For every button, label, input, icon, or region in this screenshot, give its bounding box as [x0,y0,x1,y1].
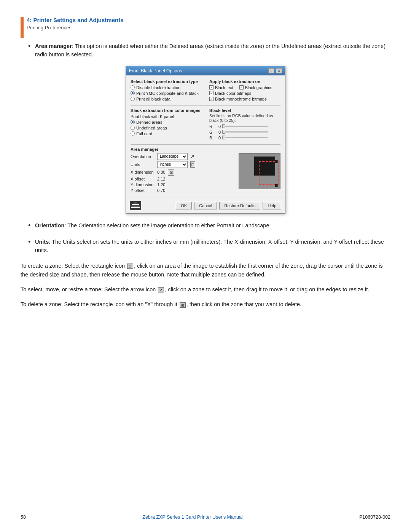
radio-undefined-btn[interactable] [131,126,135,130]
radio-fullcard: Full card [131,131,202,136]
dialog-titlebar: Front Black Panel Options ? ✕ [126,66,285,75]
help-title-btn[interactable]: ? [268,68,274,73]
am-ydim-row: Y dimension 1.20 [131,182,230,187]
bullet-text-2: Orientation: The Orientation selection s… [35,221,271,231]
zebra-stripes [131,203,140,209]
am-xoffset-row: X offset 2.12 [131,177,230,181]
rgb-b-label: B [209,136,213,140]
dialog-wrapper: Front Black Panel Options ? ✕ Select bla… [21,66,390,214]
dialog-footer: OK Cancel Restore Defaults Help [126,198,285,213]
preview-handle-tr [275,160,278,163]
top-row: Select black panel extraction type Disab… [131,79,280,102]
para-create-zone-text: To create a zone: Select the rectangle i… [21,262,390,279]
radio-ymc-btn[interactable] [131,91,135,95]
rect-icon: □ [190,161,195,168]
am-xoffset-label: X offset [131,177,157,181]
doc-number: P1060728-002 [359,514,390,520]
bullet-item-3: • Units: The Units selection sets the un… [28,238,390,255]
area-manager-inner: Orientation Landscape Portrait ↗ Units [131,153,280,194]
bullet-item-1: • Area manager: This option is enabled w… [28,42,390,59]
apply-on-col: Apply black extraction on ✓ Black text ✓… [209,79,280,102]
rgb-r-slider[interactable] [222,126,268,127]
color-images-col: Black extraction from color images Print… [131,108,202,141]
radio-ymc: Print YMC composite and K black [131,91,202,96]
cb-black-text: ✓ Black text ✓ Black graphics [209,85,280,90]
bullet-text-3: Units: The Units selection sets the unit… [35,238,390,255]
am-xdim-value: 0.80 [157,170,165,174]
am-orientation-select[interactable]: Landscape Portrait [157,153,188,160]
am-preview-col [235,153,280,194]
cb-black-bitmaps: ✓ Black color bitmaps [209,91,280,96]
radio-all-black-btn[interactable] [131,97,135,101]
rgb-g-thumb [222,130,225,134]
area-manager-title: Area manager [131,147,280,152]
cb-black-mono-btn[interactable]: ✓ [209,97,213,101]
para-create-zone: To create a zone: Select the rectangle i… [21,262,390,279]
arrow-zone-icon: ↗ [158,287,164,292]
am-yoffset-value: 0.70 [157,188,165,193]
help-button[interactable]: Help [263,202,281,209]
cb-black-color-btn[interactable]: ✓ [209,91,213,95]
am-yoffset-row: Y offset 0.70 [131,188,230,193]
header-section: 4: Printer Settings and Adjustments Prin… [27,17,123,30]
cb-black-graphics-btn[interactable]: ✓ [239,85,244,89]
rgb-b-slider[interactable] [222,137,268,138]
black-level-desc: Set limits on RGB values defined as blac… [209,113,280,123]
cancel-button[interactable]: Cancel [194,202,217,209]
restore-defaults-button[interactable]: Restore Defaults [219,202,260,209]
am-fields: Orientation Landscape Portrait ↗ Units [131,153,230,194]
footer-center-text: Zebra ZXP Series 1 Card Printer User's M… [142,514,242,520]
black-level-title: Black level [209,108,280,113]
radio-undefined: Undefined areas [131,126,202,130]
rgb-r-row: R 0 [209,124,280,129]
radio-disable: Disable black extraction [131,85,202,90]
create-zone-icon: □ [127,264,133,269]
page-footer: 58 Zebra ZXP Series 1 Card Printer User'… [21,514,390,520]
arrow-icon: ↗ [190,153,194,159]
para-delete-zone-text: To delete a zone: Select the rectangle i… [21,300,390,309]
rgb-g-row: G 0 [209,130,280,134]
radio-defined: Defined areas [131,120,202,125]
middle-row: Black extraction from color images Print… [131,108,280,141]
dialog-box: Front Black Panel Options ? ✕ Select bla… [126,66,285,214]
rgb-r-value: 0 [215,124,221,129]
am-units-row: Units inches mm □ [131,161,230,168]
extraction-type-col: Select black panel extraction type Disab… [131,79,202,102]
bullet-dot-2: • [28,220,35,231]
ok-button[interactable]: OK [176,202,192,209]
chapter-title: 4: Printer Settings and Adjustments [27,17,123,23]
apply-on-label: Apply black extraction on [209,79,280,84]
am-units-label: Units [131,162,157,167]
am-xdim-label: X dimension [131,170,157,174]
rgb-g-slider[interactable] [222,131,268,133]
am-yoffset-label: Y offset [131,188,157,193]
radio-disable-btn[interactable] [131,85,135,89]
divider-1 [131,105,280,106]
bullet-orientation: • Orientation: The Orientation selection… [21,221,390,231]
close-title-btn[interactable]: ✕ [276,68,282,73]
para-select-zone: To select, move, or resize a zone: Selec… [21,285,390,294]
dialog-footer-buttons: OK Cancel Restore Defaults Help [176,202,281,209]
bullet-text-1: Area manager: This option is enabled whe… [35,42,390,59]
para-select-zone-text: To select, move, or resize a zone: Selec… [21,285,390,294]
rgb-g-label: G [209,130,213,134]
am-ydim-label: Y dimension [131,182,157,187]
rgb-b-row: B 0 [209,136,280,140]
am-xoffset-value: 2.12 [157,177,165,181]
rgb-r-thumb [222,124,225,128]
cb-black-text-btn[interactable]: ✓ [209,85,213,89]
cb-black-mono: ✓ Black monochrome bitmaps [209,97,280,101]
bullet-dot-3: • [28,237,35,255]
term-area-manager: Area manager [35,43,72,49]
bullet-area-manager: • Area manager: This option is enabled w… [21,42,390,59]
radio-defined-btn[interactable] [131,120,135,124]
radio-fullcard-btn[interactable] [131,131,135,136]
rgb-r-label: R [209,124,213,129]
am-orientation-label: Orientation [131,154,157,159]
am-units-select[interactable]: inches mm [157,161,188,168]
extraction-type-label: Select black panel extraction type [131,79,202,84]
delete-zone-icon: ⊠ [180,302,186,308]
rgb-g-value: 0 [215,130,221,134]
black-level-col: Black level Set limits on RGB values def… [209,108,280,141]
bullet-item-2: • Orientation: The Orientation selection… [28,221,390,231]
